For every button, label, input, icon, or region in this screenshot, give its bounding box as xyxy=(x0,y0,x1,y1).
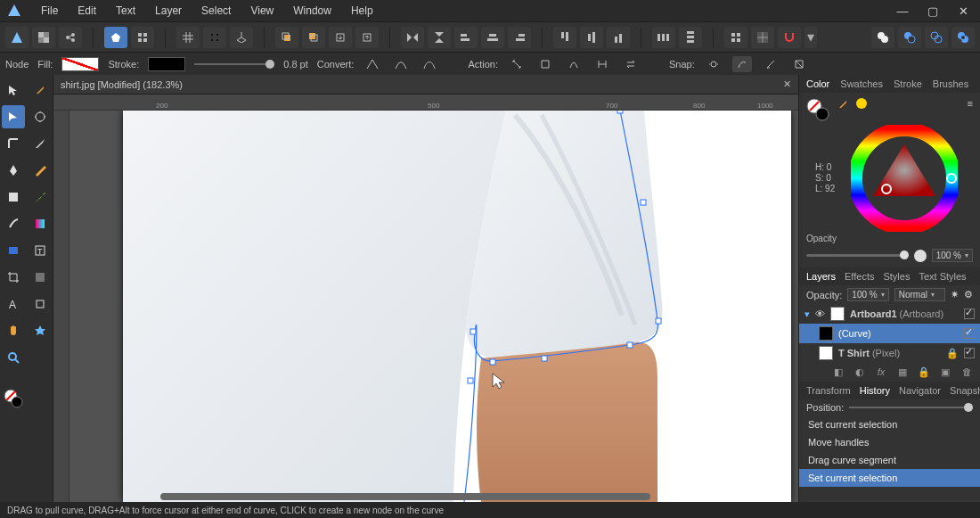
toolbar-snap-grid-icon[interactable] xyxy=(724,27,747,48)
tool-paintbrush-icon[interactable] xyxy=(29,185,52,209)
toolbar-align-center-icon[interactable] xyxy=(481,27,504,48)
scrollbar-horizontal[interactable] xyxy=(160,493,650,500)
tool-corner-icon[interactable] xyxy=(2,132,25,155)
snap-all-icon[interactable] xyxy=(789,56,809,72)
toolbar-dotgrid-icon[interactable] xyxy=(203,27,226,48)
close-button[interactable]: ✕ xyxy=(950,2,976,20)
toolbar-snap-magnet-icon[interactable] xyxy=(778,27,801,48)
menu-text[interactable]: Text xyxy=(107,3,144,19)
toolbar-arrange-back-icon[interactable] xyxy=(302,27,325,48)
panel-tab-effects[interactable]: Effects xyxy=(845,271,874,282)
action-break-icon[interactable] xyxy=(507,56,527,72)
layer-check[interactable] xyxy=(964,308,975,319)
toolbar-planes-icon[interactable] xyxy=(230,27,253,48)
toolbar-distribute-v-icon[interactable] xyxy=(679,27,702,48)
layer-btn-group-icon[interactable]: ▣ xyxy=(937,366,953,378)
document-tab-close-icon[interactable]: ✕ xyxy=(783,78,791,90)
layer-opacity-value[interactable]: 100 % xyxy=(847,288,888,301)
tool-knife-icon[interactable] xyxy=(29,132,52,155)
convert-smart-icon[interactable] xyxy=(420,56,439,72)
panel-tab-stroke[interactable]: Stroke xyxy=(894,78,922,89)
tool-pencil-icon[interactable] xyxy=(29,159,52,182)
color-sample-swatch[interactable] xyxy=(856,98,867,109)
layer-gear-icon[interactable]: ⚙ xyxy=(964,289,973,300)
history-item[interactable]: Set current selection xyxy=(799,469,980,487)
tool-fill-stroke-icon[interactable] xyxy=(2,387,25,410)
layer-btn-adjust-icon[interactable]: ◐ xyxy=(852,366,868,378)
tool-pen-icon[interactable] xyxy=(2,159,25,182)
history-position-slider[interactable] xyxy=(849,407,973,408)
tool-zoom-icon[interactable] xyxy=(2,346,25,369)
layer-btn-fx-icon[interactable]: fx xyxy=(873,366,889,378)
toolbar-arrange-down-icon[interactable] xyxy=(329,27,352,48)
toolbar-align-top-icon[interactable] xyxy=(553,27,576,48)
opacity-slider[interactable] xyxy=(806,254,909,257)
toolbar-snap-pixel-icon[interactable] xyxy=(751,27,774,48)
action-smooth-icon[interactable] xyxy=(564,56,584,72)
toolbar-align-left-icon[interactable] xyxy=(454,27,478,48)
menu-edit[interactable]: Edit xyxy=(69,3,105,19)
toolbar-distribute-h-icon[interactable] xyxy=(652,27,675,48)
toolbar-grid-icon[interactable] xyxy=(176,27,200,48)
panel-tab-snapshots[interactable]: Snapshots xyxy=(950,385,980,396)
action-join-icon[interactable] xyxy=(592,56,612,72)
toolbar-arrange-front-icon[interactable] xyxy=(275,27,298,48)
fill-swatch[interactable] xyxy=(61,57,99,71)
history-item[interactable]: Set current selection xyxy=(799,415,980,433)
menu-view[interactable]: View xyxy=(241,3,282,19)
tool-shape-icon[interactable] xyxy=(2,185,25,209)
tool-fill-icon[interactable] xyxy=(2,239,25,262)
action-close-icon[interactable] xyxy=(535,56,555,72)
color-wheel[interactable] xyxy=(851,125,958,232)
snap-curve-icon[interactable] xyxy=(732,56,752,72)
action-reverse-icon[interactable] xyxy=(621,56,641,72)
toolbar-align-mid-icon[interactable] xyxy=(580,27,603,48)
panel-tab-textstyles[interactable]: Text Styles xyxy=(919,271,966,282)
document-tab-label[interactable]: shirt.jpg [Modified] (182.3%) xyxy=(61,79,183,90)
panel-tab-layers[interactable]: Layers xyxy=(806,271,836,282)
snap-node-icon[interactable] xyxy=(704,56,723,72)
toolbar-assets-icon[interactable] xyxy=(131,27,154,48)
toolbar-flip-v-icon[interactable] xyxy=(428,27,451,48)
toolbar-bool-subtract-icon[interactable] xyxy=(898,27,921,48)
menu-help[interactable]: Help xyxy=(342,3,382,19)
tool-artboard-icon[interactable] xyxy=(29,292,52,316)
minimize-button[interactable]: — xyxy=(889,2,916,20)
layer-btn-delete-icon[interactable]: 🗑 xyxy=(959,366,975,378)
toolbar-align-right-icon[interactable] xyxy=(508,27,531,48)
toolbar-bool-intersect-icon[interactable] xyxy=(925,27,948,48)
menu-window[interactable]: Window xyxy=(284,3,340,19)
tool-frame-icon[interactable]: T xyxy=(29,239,52,262)
tool-gradient-icon[interactable] xyxy=(29,212,52,235)
panel-tab-color[interactable]: Color xyxy=(806,78,829,89)
color-picker-icon[interactable] xyxy=(837,98,849,111)
stroke-swatch[interactable] xyxy=(148,57,185,71)
layer-btn-mask-icon[interactable]: ◧ xyxy=(830,366,846,378)
toolbar-shape-icon[interactable] xyxy=(104,27,127,48)
toolbar-snap-dropdown-icon[interactable]: ▾ xyxy=(804,27,817,48)
tool-node-icon[interactable] xyxy=(2,105,25,128)
toolbar-flip-h-icon[interactable] xyxy=(401,27,424,48)
tool-hand-icon[interactable] xyxy=(2,319,25,342)
tool-crop-icon[interactable] xyxy=(2,266,25,289)
snap-geom-icon[interactable] xyxy=(761,56,780,72)
convert-sharp-icon[interactable] xyxy=(363,56,382,72)
persona-pixel-icon[interactable] xyxy=(32,27,55,48)
tool-move-icon[interactable] xyxy=(2,78,25,102)
layer-blendmode[interactable]: Normal xyxy=(894,288,945,301)
tool-pointtransform-icon[interactable] xyxy=(29,105,52,128)
layer-btn-crop-icon[interactable]: ▦ xyxy=(894,366,911,378)
layer-check[interactable] xyxy=(964,328,975,339)
layer-curve[interactable]: (Curve) xyxy=(799,324,980,343)
tool-star-icon[interactable] xyxy=(29,319,52,342)
panel-tab-transform[interactable]: Transform xyxy=(806,385,851,396)
layer-tshirt[interactable]: T Shirt (Pixel) 🔒 xyxy=(799,343,980,363)
tool-text-icon[interactable]: A xyxy=(2,292,25,316)
menu-layer[interactable]: Layer xyxy=(146,3,191,19)
layer-artboard[interactable]: ▾ 👁 Artboard1 (Artboard) xyxy=(799,304,980,324)
layer-btn-lock-icon[interactable]: 🔒 xyxy=(916,366,932,378)
panel-tab-swatches[interactable]: Swatches xyxy=(840,78,883,89)
stroke-width-slider[interactable] xyxy=(194,63,274,65)
tool-transparency-icon[interactable] xyxy=(29,266,52,289)
panel-tab-brushes[interactable]: Brushes xyxy=(933,78,968,89)
